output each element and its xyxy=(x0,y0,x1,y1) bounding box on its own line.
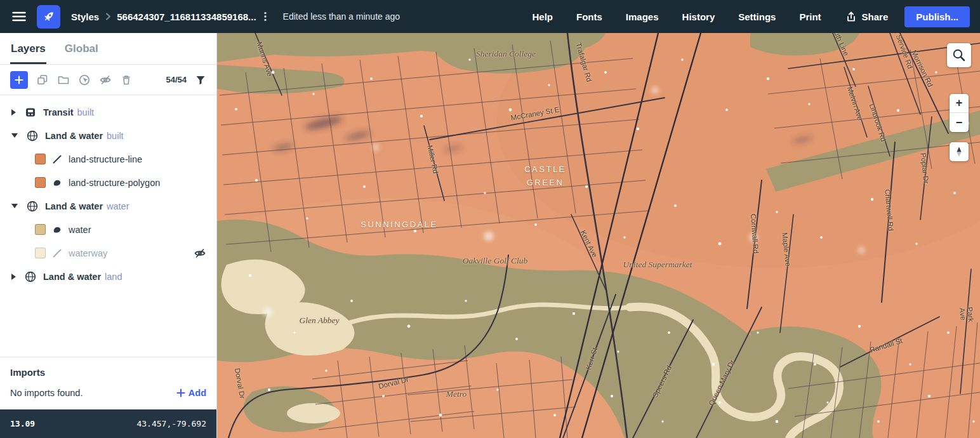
map-canvas[interactable] xyxy=(217,33,980,438)
polygon-type-icon xyxy=(52,178,62,188)
line-type-icon xyxy=(52,248,62,258)
layer-group-name: Land & water xyxy=(43,272,101,282)
plus-icon xyxy=(176,388,185,397)
imports-section: Imports No imports found. Add xyxy=(0,357,216,409)
breadcrumb-styles[interactable]: Styles xyxy=(71,11,99,22)
layer-item-label: waterway xyxy=(69,248,107,258)
chevron-right-icon xyxy=(103,11,113,22)
trash-icon[interactable] xyxy=(120,74,133,86)
nav-history[interactable]: History xyxy=(682,11,715,22)
layer-source-label: land xyxy=(105,272,122,282)
globe-icon xyxy=(26,129,39,142)
layer-source-label: built xyxy=(107,131,124,141)
layers-sidebar: Layers Global xyxy=(0,33,217,438)
layer-item-label: water xyxy=(69,225,91,235)
layer-group-transit[interactable]: Transit built xyxy=(0,100,216,124)
color-swatch[interactable] xyxy=(35,248,46,258)
color-swatch[interactable] xyxy=(35,224,46,235)
line-type-icon xyxy=(52,154,62,164)
layer-source-label: water xyxy=(107,201,129,211)
layer-group-land-water-land[interactable]: Land & water land xyxy=(0,265,216,288)
share-button[interactable]: Share xyxy=(845,11,889,22)
compass-needle-icon xyxy=(952,145,966,159)
layer-item-label: land-structure-polygon xyxy=(69,178,160,188)
edited-status: Edited less than a minute ago xyxy=(283,11,400,22)
layer-item-waterway[interactable]: waterway xyxy=(0,241,216,265)
top-navigation: Help Fonts Images History Settings Print xyxy=(533,11,821,22)
nav-help[interactable]: Help xyxy=(533,11,553,22)
caret-down-icon[interactable] xyxy=(11,133,18,138)
layer-item-land-structure-line[interactable]: land-structure-line xyxy=(0,147,216,171)
folder-icon[interactable] xyxy=(57,74,70,86)
map-viewport[interactable]: Sheridan College Trafalgar Rd McCraney S… xyxy=(217,33,980,438)
layer-item-water[interactable]: water xyxy=(0,218,216,241)
style-name[interactable]: 566424307_116811334859168... xyxy=(117,11,256,22)
nav-settings[interactable]: Settings xyxy=(738,11,776,22)
layer-item-label: land-structure-line xyxy=(69,154,142,164)
hamburger-icon[interactable] xyxy=(10,8,28,25)
layer-group-name: Transit xyxy=(43,107,74,117)
layer-item-land-structure-polygon[interactable]: land-structure-polygon xyxy=(0,171,216,194)
eye-off-icon[interactable] xyxy=(99,74,112,86)
transit-icon xyxy=(24,106,37,119)
caret-down-icon[interactable] xyxy=(11,204,18,208)
mapbox-studio-app: Styles 566424307_116811334859168... Edit… xyxy=(0,0,980,438)
layer-group-land-water-built[interactable]: Land & water built xyxy=(0,124,216,147)
layer-group-land-water-water[interactable]: Land & water water xyxy=(0,194,216,218)
coordinates: 43.457,-79.692 xyxy=(136,419,206,428)
zoom-level: 13.09 xyxy=(10,419,35,428)
funnel-icon[interactable] xyxy=(195,74,206,86)
duplicate-icon[interactable] xyxy=(36,74,49,86)
breadcrumb: Styles 566424307_116811334859168... xyxy=(71,11,270,22)
cursor-circle-icon[interactable] xyxy=(78,74,91,86)
layer-group-name: Land & water xyxy=(45,201,103,211)
layer-group-name: Land & water xyxy=(45,131,103,141)
caret-right-icon[interactable] xyxy=(11,109,16,116)
kebab-icon[interactable] xyxy=(260,11,270,22)
polygon-type-icon xyxy=(52,225,62,235)
publish-button[interactable]: Publish... xyxy=(904,6,970,27)
zoom-in-button[interactable]: + xyxy=(950,94,969,113)
globe-icon xyxy=(26,200,39,213)
sidebar-tabs: Layers Global xyxy=(0,33,216,65)
share-label: Share xyxy=(862,11,889,22)
caret-right-icon[interactable] xyxy=(11,274,16,280)
map-search-button[interactable] xyxy=(947,43,971,67)
eye-off-icon[interactable] xyxy=(194,247,206,260)
color-swatch[interactable] xyxy=(35,154,46,164)
mapbox-rocket-icon[interactable] xyxy=(37,5,60,29)
topbar: Styles 566424307_116811334859168... Edit… xyxy=(0,0,980,33)
add-import-button[interactable]: Add xyxy=(176,388,206,398)
layer-source-label: built xyxy=(77,107,95,117)
share-up-arrow-icon xyxy=(845,11,857,22)
add-import-label: Add xyxy=(189,388,206,398)
tab-global[interactable]: Global xyxy=(64,33,99,64)
add-layer-button[interactable] xyxy=(10,71,28,89)
imports-empty-text: No imports found. xyxy=(10,388,83,398)
tab-layers[interactable]: Layers xyxy=(10,33,46,64)
globe-icon xyxy=(24,270,37,283)
map-position-bar: 13.09 43.457,-79.692 xyxy=(0,409,216,438)
color-swatch[interactable] xyxy=(35,177,46,188)
nav-images[interactable]: Images xyxy=(626,11,659,22)
zoom-out-button[interactable]: − xyxy=(950,113,969,132)
imports-title: Imports xyxy=(10,367,206,378)
zoom-controls: + − xyxy=(950,94,969,132)
magnifier-icon xyxy=(952,48,966,62)
compass-button[interactable] xyxy=(950,142,969,161)
layers-toolbar: 54/54 xyxy=(0,65,216,95)
layer-list: Transit built Land & water built xyxy=(0,95,216,288)
layer-count: 54/54 xyxy=(166,75,187,84)
nav-fonts[interactable]: Fonts xyxy=(576,11,602,22)
nav-print[interactable]: Print xyxy=(799,11,821,22)
